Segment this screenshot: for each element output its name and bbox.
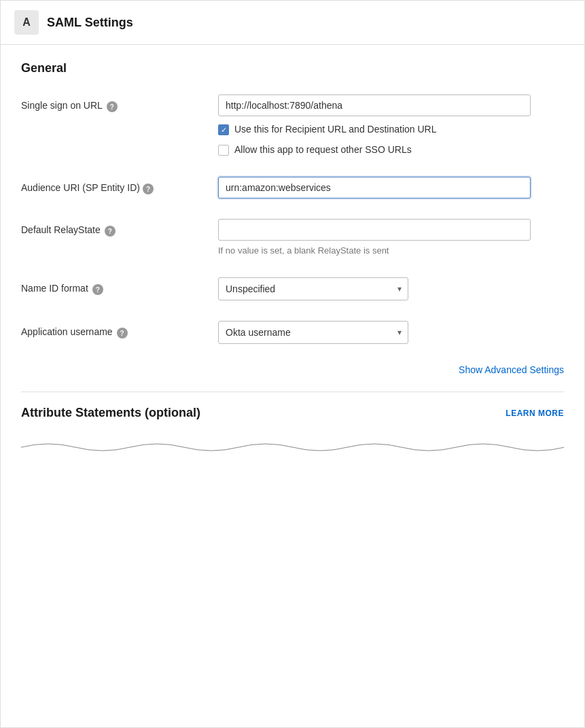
audience-uri-label-wrap: Audience URI (SP Entity ID) ? [21, 177, 218, 194]
relay-state-label: Default RelayState [21, 224, 101, 235]
main-content: General Single sign on URL ? ✓ Use this … [1, 45, 584, 470]
relay-state-control-wrap: If no value is set, a blank RelayState i… [218, 219, 564, 257]
name-id-format-control-wrap: Unspecified EmailAddress X509SubjectName… [218, 277, 564, 300]
recipient-url-checkbox[interactable]: ✓ [218, 124, 229, 135]
audience-uri-row: Audience URI (SP Entity ID) ? [21, 177, 564, 198]
name-id-format-select[interactable]: Unspecified EmailAddress X509SubjectName… [218, 277, 408, 300]
relay-state-label-wrap: Default RelayState ? [21, 219, 218, 237]
name-id-format-row: Name ID format ? Unspecified EmailAddres… [21, 277, 564, 300]
name-id-format-help-icon[interactable]: ? [92, 284, 103, 295]
name-id-format-label-wrap: Name ID format ? [21, 277, 218, 295]
application-username-label-wrap: Application username ? [21, 321, 218, 339]
relay-state-row: Default RelayState ? If no value is set,… [21, 219, 564, 257]
audience-uri-label-part1: Audience URI (SP Entity [21, 182, 124, 193]
application-username-select[interactable]: Okta username Email AD SAM Account Name … [218, 321, 408, 344]
application-username-label: Application username [21, 326, 113, 337]
application-username-help-icon[interactable]: ? [117, 328, 128, 339]
page-container: A SAML Settings General Single sign on U… [0, 0, 585, 728]
page-header: A SAML Settings [1, 1, 584, 45]
learn-more-link[interactable]: LEARN MORE [506, 409, 564, 418]
section-divider [21, 392, 564, 392]
single-sign-on-row: Single sign on URL ? ✓ Use this for Reci… [21, 94, 564, 156]
single-sign-on-label-wrap: Single sign on URL ? [21, 94, 218, 112]
show-advanced-wrap: Show Advanced Settings [21, 364, 564, 375]
application-username-control-wrap: Okta username Email AD SAM Account Name … [218, 321, 564, 344]
audience-uri-input[interactable] [218, 177, 531, 198]
audience-uri-control-wrap [218, 177, 564, 198]
relay-state-hint: If no value is set, a blank RelayState i… [218, 245, 564, 257]
audience-uri-help-icon[interactable]: ? [143, 184, 154, 194]
name-id-format-select-wrap: Unspecified EmailAddress X509SubjectName… [218, 277, 408, 300]
page-title: SAML Settings [47, 16, 133, 30]
recipient-url-checkbox-row: ✓ Use this for Recipient URL and Destina… [218, 123, 564, 137]
other-sso-checkbox-label: Allow this app to request other SSO URLs [234, 143, 412, 157]
relay-state-help-icon[interactable]: ? [105, 226, 116, 237]
other-sso-checkbox-wrap [218, 145, 229, 156]
attribute-statements-section: Attribute Statements (optional) LEARN MO… [21, 406, 564, 427]
application-username-select-wrap: Okta username Email AD SAM Account Name … [218, 321, 408, 344]
audience-uri-label-part2: ID) [127, 182, 140, 193]
other-sso-checkbox[interactable] [218, 145, 229, 156]
relay-state-input[interactable] [218, 219, 531, 241]
recipient-url-checkbox-label: Use this for Recipient URL and Destinati… [234, 123, 437, 137]
application-username-row: Application username ? Okta username Ema… [21, 321, 564, 344]
single-sign-on-control-wrap: ✓ Use this for Recipient URL and Destina… [218, 94, 564, 156]
name-id-format-label: Name ID format [21, 283, 88, 294]
checkbox-check-icon: ✓ [221, 126, 227, 134]
show-advanced-settings-link[interactable]: Show Advanced Settings [459, 364, 564, 375]
header-icon-label: A [22, 16, 31, 29]
header-icon: A [14, 10, 39, 35]
single-sign-on-input[interactable] [218, 94, 531, 116]
attribute-statements-title: Attribute Statements (optional) [21, 406, 200, 420]
recipient-url-checkbox-wrap: ✓ [218, 124, 229, 135]
single-sign-on-label: Single sign on URL [21, 100, 103, 111]
bottom-wave-decoration [21, 440, 564, 454]
general-section-title: General [21, 61, 564, 75]
other-sso-checkbox-row: Allow this app to request other SSO URLs [218, 143, 564, 157]
single-sign-on-help-icon[interactable]: ? [107, 101, 118, 112]
